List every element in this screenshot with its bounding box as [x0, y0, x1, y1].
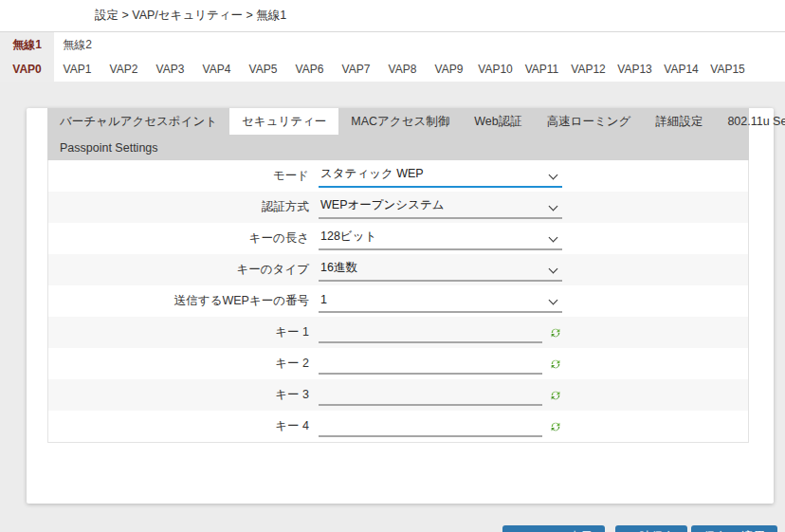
form-row-auth-method: 認証方式 WEPオープンシステム — [48, 192, 748, 223]
chevron-down-icon — [549, 264, 558, 273]
tab-web-auth[interactable]: Web認証 — [462, 108, 534, 135]
key-type-select-value: 16進数 — [320, 260, 357, 276]
section-tab-row2: Passpoint Settings — [47, 135, 749, 160]
tab-vap4[interactable]: VAP4 — [193, 57, 240, 82]
save-and-apply-button[interactable]: 保存 & 適用 — [691, 525, 777, 532]
key-length-select-value: 128ビット — [320, 229, 376, 245]
mode-label: モード — [48, 168, 319, 184]
key2-label: キー 2 — [48, 356, 319, 372]
security-form: モード スタティック WEP 認証方式 WEPオープンシステム — [47, 160, 749, 443]
tab-security[interactable]: セキュリティー — [229, 108, 338, 135]
tx-key-index-select[interactable]: 1 — [319, 290, 562, 313]
tab-passpoint-settings[interactable]: Passpoint Settings — [47, 135, 171, 160]
chevron-down-icon — [549, 201, 558, 211]
radio-tab-row: 無線1 無線2 — [0, 32, 785, 57]
auth-method-select-value: WEPオープンシステム — [320, 197, 445, 213]
tx-key-index-select-value: 1 — [320, 293, 327, 306]
device-tab-rows: 無線1 無線2 VAP0 VAP1 VAP2 VAP3 VAP4 VAP5 VA… — [0, 31, 785, 82]
tab-vap3[interactable]: VAP3 — [147, 57, 193, 82]
form-row-mode: モード スタティック WEP — [48, 160, 748, 192]
tab-vap10[interactable]: VAP10 — [472, 57, 519, 82]
temp-save-button[interactable]: 一時保存 — [615, 525, 687, 532]
key-type-select[interactable]: 16進数 — [319, 259, 562, 282]
tab-virtual-access-point[interactable]: バーチャルアクセスポイント — [47, 108, 229, 135]
tab-vap7[interactable]: VAP7 — [333, 57, 379, 82]
content-region: バーチャルアクセスポイント セキュリティー MACアクセス制御 Web認証 高速… — [0, 82, 785, 532]
tab-vap12[interactable]: VAP12 — [565, 57, 612, 82]
section-tab-strip: バーチャルアクセスポイント セキュリティー MACアクセス制御 Web認証 高速… — [47, 108, 749, 160]
refresh-icon[interactable] — [549, 389, 562, 402]
key4-input[interactable] — [319, 416, 542, 437]
vap-tab-row: VAP0 VAP1 VAP2 VAP3 VAP4 VAP5 VAP6 VAP7 … — [0, 57, 785, 82]
key-length-select[interactable]: 128ビット — [319, 228, 562, 250]
tab-radio2[interactable]: 無線2 — [54, 32, 100, 57]
tx-key-index-label: 送信するWEPキーの番号 — [48, 293, 319, 309]
top-bar: 設定 > VAP/セキュリティー > 無線1 — [0, 0, 785, 31]
qr-code-button[interactable]: QRコード表示 — [502, 525, 605, 532]
form-row-key4: キー 4 — [48, 411, 748, 442]
key2-input[interactable] — [319, 354, 542, 375]
action-button-bar: QRコード表示 一時保存 保存 & 適用 — [0, 525, 777, 532]
auth-method-select[interactable]: WEPオープンシステム — [319, 196, 562, 219]
refresh-icon[interactable] — [549, 420, 562, 433]
form-row-key-type: キーのタイプ 16進数 — [48, 254, 748, 285]
chevron-down-icon — [549, 232, 558, 242]
tab-vap0[interactable]: VAP0 — [0, 57, 54, 82]
chevron-down-icon — [549, 170, 558, 179]
tab-vap1[interactable]: VAP1 — [54, 57, 100, 82]
key3-input[interactable] — [319, 385, 542, 406]
refresh-icon[interactable] — [549, 326, 562, 339]
tab-radio1[interactable]: 無線1 — [0, 32, 54, 57]
tab-advanced-settings[interactable]: 詳細設定 — [643, 108, 715, 135]
key3-label: キー 3 — [48, 387, 319, 403]
tab-80211u-settings[interactable]: 802.11u Settings — [715, 108, 785, 135]
tab-vap11[interactable]: VAP11 — [519, 57, 565, 82]
tab-vap6[interactable]: VAP6 — [286, 57, 333, 82]
breadcrumb: 設定 > VAP/セキュリティー > 無線1 — [95, 8, 286, 24]
chevron-down-icon — [549, 295, 558, 304]
tab-vap8[interactable]: VAP8 — [379, 57, 426, 82]
refresh-icon[interactable] — [549, 358, 562, 371]
tab-vap15[interactable]: VAP15 — [704, 57, 751, 82]
key-length-label: キーの長さ — [48, 230, 319, 247]
auth-method-label: 認証方式 — [48, 199, 319, 215]
tab-vap5[interactable]: VAP5 — [240, 57, 286, 82]
section-tab-row1: バーチャルアクセスポイント セキュリティー MACアクセス制御 Web認証 高速… — [47, 108, 749, 135]
mode-select-value: スタティック WEP — [320, 166, 424, 182]
tab-vap14[interactable]: VAP14 — [658, 57, 704, 82]
form-row-key-length: キーの長さ 128ビット — [48, 223, 748, 254]
tab-vap2[interactable]: VAP2 — [100, 57, 147, 82]
mode-select[interactable]: スタティック WEP — [319, 165, 562, 188]
tab-mac-access-control[interactable]: MACアクセス制御 — [338, 108, 462, 135]
key1-label: キー 1 — [48, 324, 319, 340]
tab-fast-roaming[interactable]: 高速ローミング — [535, 108, 644, 135]
settings-card: バーチャルアクセスポイント セキュリティー MACアクセス制御 Web認証 高速… — [27, 108, 774, 504]
form-row-key3: キー 3 — [48, 379, 748, 411]
form-row-tx-key-index: 送信するWEPキーの番号 1 — [48, 285, 748, 317]
tab-vap13[interactable]: VAP13 — [612, 57, 658, 82]
key1-input[interactable] — [319, 322, 542, 343]
form-row-key2: キー 2 — [48, 348, 748, 379]
key4-label: キー 4 — [48, 418, 319, 434]
key-type-label: キーのタイプ — [48, 262, 319, 278]
tab-vap9[interactable]: VAP9 — [426, 57, 472, 82]
form-row-key1: キー 1 — [48, 317, 748, 348]
